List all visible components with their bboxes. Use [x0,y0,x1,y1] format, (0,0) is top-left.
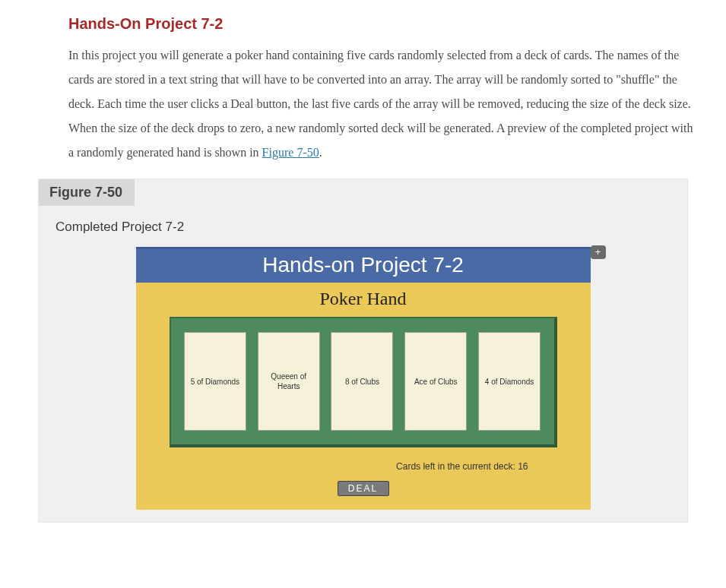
poker-card: Queeen of Hearts [258,332,320,431]
deck-status: Cards left in the current deck: 16 [136,447,591,481]
deal-row: DEAL [136,481,591,510]
poker-card: 4 of Diamonds [478,332,541,431]
app-subtitle: Poker Hand [136,283,591,317]
description-text: In this project you will generate a poke… [68,49,693,159]
expand-icon[interactable]: + [591,245,606,259]
figure-link[interactable]: Figure 7-50 [262,146,319,159]
poker-card: Ace of Clubs [404,332,467,431]
app-stage: + Hands-on Project 7-2 Poker Hand 5 of D… [136,247,591,510]
app-header: Hands-on Project 7-2 [136,247,591,283]
figure-tab-label: Figure 7-50 [39,179,135,206]
poker-app: Hands-on Project 7-2 Poker Hand 5 of Dia… [136,247,591,510]
deal-button[interactable]: DEAL [338,481,389,496]
card-table: 5 of Diamonds Queeen of Hearts 8 of Club… [170,317,557,447]
project-title: Hands-On Project 7-2 [68,15,696,33]
description-suffix: . [319,146,322,159]
project-description: In this project you will generate a poke… [68,43,696,165]
poker-card: 8 of Clubs [331,332,393,431]
poker-card: 5 of Diamonds [184,332,246,431]
figure-container: Figure 7-50 Completed Project 7-2 + Hand… [38,179,688,523]
figure-caption: Completed Project 7-2 [55,220,687,235]
